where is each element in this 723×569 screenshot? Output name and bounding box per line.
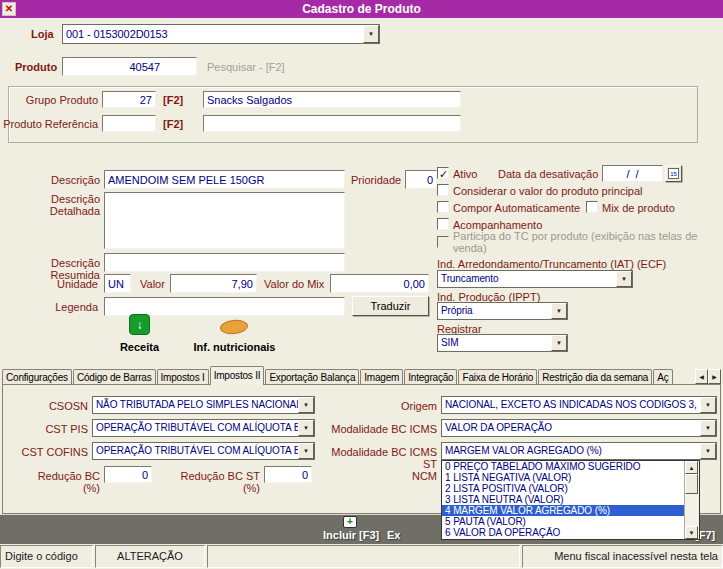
chevron-down-icon[interactable]: ▼ — [616, 271, 632, 287]
considerar-valor-label: Considerar o valor do produto principal — [453, 185, 643, 197]
status-right: Menu fiscal inacessível nesta tela — [522, 545, 723, 568]
produto-referencia-name-input[interactable] — [203, 115, 461, 132]
produto-referencia-code-input[interactable] — [102, 115, 156, 132]
chevron-down-icon[interactable]: ▼ — [298, 397, 314, 413]
chevron-down-icon[interactable]: ▼ — [551, 335, 567, 351]
grupo-produto-name-input[interactable] — [203, 91, 461, 108]
valor-do-mix-input[interactable] — [330, 274, 429, 293]
produto-referencia-label: Produto Referência — [2, 118, 98, 130]
tab-imagem[interactable]: Imagem — [360, 369, 403, 385]
modalidade-bc-icms-value: VALOR DA OPERAÇÃO — [442, 420, 700, 436]
calendar-button[interactable]: 15 — [665, 165, 682, 182]
unidade-input[interactable] — [104, 274, 131, 293]
dropdown-list-item[interactable]: 5 PAUTA (VALOR) — [442, 516, 684, 527]
origem-label: Origem — [382, 400, 437, 412]
chevron-down-icon[interactable]: ▼ — [700, 443, 716, 459]
scrollbar-thumb[interactable] — [685, 474, 698, 494]
incluir-icon[interactable]: + — [343, 516, 357, 528]
ncm-label: NCM — [407, 470, 437, 482]
reducao-bc-input[interactable] — [104, 466, 152, 483]
considerar-valor-checkbox[interactable]: ✓ — [437, 184, 449, 196]
reducao-bc-st-input[interactable] — [264, 466, 312, 483]
tab-impostos-i[interactable]: Impostos I — [157, 369, 209, 385]
csosn-label: CSOSN — [10, 400, 88, 412]
status-left: Digite o código — [0, 545, 93, 568]
loja-select[interactable]: 001 - 0153002D0153 ▼ — [62, 24, 380, 44]
tab-scroll-right-icon[interactable]: ▶ — [708, 369, 721, 384]
dropdown-list-item[interactable]: 6 VALOR DA OPERAÇÃO — [442, 527, 684, 538]
tab-codigo-de-barras[interactable]: Código de Barras — [73, 369, 156, 385]
referencia-f2-label: [F2] — [163, 118, 183, 130]
iat-select[interactable]: Truncamento ▼ — [437, 270, 633, 288]
dropdown-list-item[interactable]: 4 MARGEM VALOR AGREGADO (%) — [442, 505, 684, 516]
tab-faixa-de-horario[interactable]: Faixa de Horário — [458, 369, 537, 385]
tab-acoes[interactable]: Aç — [653, 369, 672, 385]
data-desativacao-input[interactable] — [602, 165, 663, 182]
dropdown-scrollbar[interactable]: ▲ ▼ — [684, 461, 699, 539]
dropdown-list-item[interactable]: 1 LISTA NEGATIVA (VALOR) — [442, 472, 684, 483]
close-icon[interactable]: ✕ — [2, 2, 16, 16]
produto-input[interactable] — [62, 57, 197, 76]
reducao-bc-label: Redução BC (%) — [20, 470, 100, 494]
descricao-input[interactable] — [104, 170, 345, 189]
unidade-label: Unidade — [52, 278, 98, 290]
inf-nutricionais-icon[interactable] — [219, 319, 248, 336]
tab-impostos-ii[interactable]: Impostos II — [210, 366, 265, 385]
descricao-resumida-input[interactable] — [104, 253, 345, 272]
ativo-label: Ativo — [453, 168, 477, 180]
calendar-icon: 15 — [668, 168, 679, 179]
receita-icon[interactable]: ↓ — [129, 314, 150, 335]
tab-integracao[interactable]: Integração — [404, 369, 457, 385]
modalidade-bc-icms-st-dropdown-list: 0 PREÇO TABELADO MÁXIMO SUGERIDO 1 LISTA… — [441, 460, 700, 540]
descricao-detalhada-label: Descrição Detalhada — [44, 193, 100, 217]
compor-automaticamente-label: Compor Automaticamente — [453, 202, 580, 214]
modalidade-bc-icms-st-value: MARGEM VALOR AGREGADO (%) — [442, 443, 700, 459]
mix-de-produto-label: Mix de produto — [602, 202, 675, 214]
window-title: Cadastro de Produto — [0, 0, 723, 18]
legenda-label: Legenda — [52, 301, 98, 313]
cst-cofins-select[interactable]: OPERAÇÃO TRIBUTÁVEL COM ALÍQUOTA BÁSICA … — [92, 442, 315, 460]
mix-de-produto-checkbox[interactable]: ✓ — [586, 201, 598, 213]
tab-scroll-left-icon[interactable]: ◀ — [695, 369, 708, 384]
chevron-down-icon[interactable]: ▼ — [700, 420, 716, 436]
scroll-down-icon[interactable]: ▼ — [685, 526, 698, 539]
excluir-button-fragment[interactable]: Ex — [387, 529, 400, 541]
descricao-detalhada-textarea[interactable] — [104, 192, 345, 249]
scroll-up-icon[interactable]: ▲ — [685, 461, 698, 474]
prioridade-input[interactable] — [405, 170, 437, 189]
status-mode-badge: ALTERAÇÃO — [95, 545, 205, 568]
incluir-button[interactable]: Incluir [F3] — [323, 529, 379, 541]
ippt-select[interactable]: Própria ▼ — [437, 302, 568, 320]
registrar-select[interactable]: SIM ▼ — [437, 334, 568, 352]
tab-exportacao-balanca[interactable]: Exportação Balança — [265, 369, 359, 385]
cst-cofins-label: CST COFINS — [10, 446, 88, 458]
ativo-checkbox[interactable]: ✓ — [437, 167, 449, 179]
origem-select[interactable]: NACIONAL, EXCETO AS INDICADAS NOS CODIGO… — [441, 396, 717, 414]
compor-automaticamente-checkbox[interactable]: ✓ — [437, 201, 449, 213]
modalidade-bc-icms-select[interactable]: VALOR DA OPERAÇÃO ▼ — [441, 419, 717, 437]
tab-configuracoes[interactable]: Configurações — [2, 369, 72, 385]
cst-pis-select[interactable]: OPERAÇÃO TRIBUTÁVEL COM ALÍQUOTA BÁSICA … — [92, 419, 315, 437]
acompanhamento-checkbox[interactable]: ✓ — [437, 218, 449, 230]
data-desativacao-label: Data da desativação — [498, 168, 598, 180]
csosn-select[interactable]: NÃO TRIBUTADA PELO SIMPLES NACIONAL ▼ — [92, 396, 315, 414]
iat-value: Truncamento — [438, 271, 616, 287]
tab-strip: Configurações Código de Barras Impostos … — [2, 366, 694, 385]
chevron-down-icon[interactable]: ▼ — [700, 397, 716, 413]
dropdown-list-item[interactable]: 3 LISTA NEUTRA (VALOR) — [442, 494, 684, 505]
chevron-down-icon[interactable]: ▼ — [298, 443, 314, 459]
chevron-down-icon[interactable]: ▼ — [298, 420, 314, 436]
chevron-down-icon[interactable]: ▼ — [363, 25, 379, 43]
traduzir-button[interactable]: Traduzir — [352, 296, 429, 316]
dropdown-list-item[interactable]: 2 LISTA POSITIVA (VALOR) — [442, 483, 684, 494]
grupo-produto-code-input[interactable] — [102, 91, 156, 108]
modalidade-bc-icms-st-label: Modalidade BC ICMS ST — [318, 446, 437, 470]
valor-input[interactable] — [170, 274, 257, 293]
status-spacer — [207, 545, 520, 568]
valor-label: Valor — [140, 278, 165, 290]
tab-restricao-dia-da-semana[interactable]: Restrição dia da semana — [538, 369, 652, 385]
pesquisar-hint: Pesquisar - [F2] — [207, 61, 285, 73]
modalidade-bc-icms-st-select[interactable]: MARGEM VALOR AGREGADO (%) ▼ — [441, 442, 717, 460]
chevron-down-icon[interactable]: ▼ — [551, 303, 567, 319]
dropdown-list-item[interactable]: 0 PREÇO TABELADO MÁXIMO SUGERIDO — [442, 461, 684, 472]
